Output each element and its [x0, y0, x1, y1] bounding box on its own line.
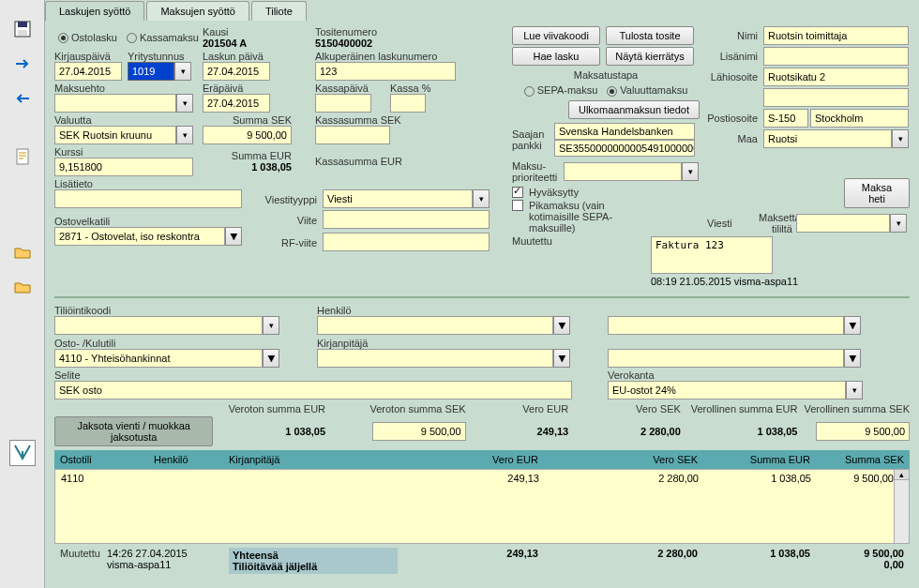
- ostovelkatili-dropdown-button[interactable]: ⯆: [225, 227, 242, 246]
- kirjauspaiva-input[interactable]: [54, 62, 122, 81]
- extra1-input[interactable]: [608, 316, 844, 335]
- henkilo-input[interactable]: [317, 316, 553, 335]
- svg-rect-3: [17, 149, 28, 164]
- erapaiva-input[interactable]: [203, 94, 270, 113]
- ostovelkatili-input[interactable]: [54, 227, 225, 246]
- viite-input[interactable]: [323, 210, 490, 229]
- maksuprioriteetti-dropdown-button[interactable]: ▾: [682, 162, 699, 181]
- extra2-dropdown-button[interactable]: ⯆: [844, 349, 861, 368]
- tab-maksujen-syotto[interactable]: Maksujen syöttö: [146, 1, 249, 21]
- radio-sepa[interactable]: SEPA-maksu: [524, 84, 598, 97]
- maksettava-dropdown-button[interactable]: ▾: [890, 214, 907, 233]
- save-icon[interactable]: [12, 19, 33, 39]
- footer-v5: 0,00: [810, 559, 904, 570]
- summa-sek-input[interactable]: [203, 126, 292, 144]
- maksettava-input[interactable]: [796, 214, 890, 233]
- maksa-heti-button[interactable]: Maksa heti: [844, 178, 910, 208]
- footer-v2: 2 280,00: [538, 548, 698, 574]
- tiliointikoodi-dropdown-button[interactable]: ▾: [263, 316, 279, 335]
- maa-dropdown-button[interactable]: ▾: [892, 129, 909, 148]
- ostokulutili-label: Osto- /Kulutili: [54, 338, 115, 349]
- alkuperainen-input[interactable]: [315, 62, 456, 81]
- postiosoite1-input[interactable]: [763, 109, 808, 128]
- yritystunnus-lookup-button[interactable]: ▾: [174, 62, 191, 81]
- vero-eur-header: Vero EUR: [522, 403, 568, 415]
- sidebar: [0, 0, 45, 588]
- valuutta-label: Valuutta: [54, 114, 92, 126]
- pikamaksu-checkbox[interactable]: [512, 200, 523, 211]
- viestityyppi-input[interactable]: [323, 189, 473, 208]
- lahiosoite-input[interactable]: [763, 68, 909, 86]
- saajan-pankki-label: Saajan pankki: [512, 128, 544, 151]
- grid-scrollbar[interactable]: [894, 470, 909, 543]
- ostokulutili-input[interactable]: [54, 349, 263, 368]
- gr-summa-eur: 1 038,05: [699, 473, 811, 484]
- vero-eur-value: 249,13: [466, 426, 569, 437]
- jaksota-button[interactable]: Jaksota vienti / muokkaa jaksotusta: [54, 416, 213, 446]
- verokanta-dropdown-button[interactable]: ▾: [846, 381, 863, 400]
- lue-viivakoodi-button[interactable]: Lue viivakoodi: [512, 26, 600, 45]
- viestityyppi-dropdown-button[interactable]: ▾: [473, 189, 490, 208]
- table-row[interactable]: 4110 249,13 2 280,00 1 038,05 9 500,00: [55, 470, 909, 487]
- verokanta-input[interactable]: [608, 381, 846, 400]
- maksuprioriteetti-input[interactable]: [564, 162, 682, 181]
- radio-ostolasku[interactable]: Ostolasku: [58, 32, 117, 44]
- tab-laskujen-syotto[interactable]: Laskujen syöttö: [45, 1, 144, 21]
- kassasumma-sek-input[interactable]: [315, 126, 390, 144]
- veroton-eur-value: 1 038,05: [213, 426, 325, 437]
- maksuehto-dropdown-button[interactable]: ▾: [176, 94, 193, 113]
- postiosoite2-input[interactable]: [810, 109, 909, 128]
- gr-ostotili: 4110: [61, 473, 155, 484]
- maa-input[interactable]: [763, 129, 892, 148]
- arrow-left-icon[interactable]: [12, 88, 33, 109]
- document-icon[interactable]: [12, 146, 33, 167]
- lisanimi-input[interactable]: [763, 47, 909, 66]
- valuutta-input[interactable]: [54, 126, 176, 144]
- rfviite-input[interactable]: [323, 233, 490, 251]
- yritystunnus-input[interactable]: [128, 62, 174, 81]
- radio-kassamaksu[interactable]: Kassamaksu: [127, 32, 199, 44]
- folder-icon[interactable]: [12, 277, 33, 297]
- verollinen-sek-input[interactable]: [816, 422, 910, 441]
- verollinen-sek-header: Verollinen summa SEK: [805, 403, 911, 415]
- muutettu-value: 08:19 21.05.2015 visma-aspa11: [651, 276, 798, 287]
- tab-tiliote[interactable]: Tiliote: [251, 1, 307, 21]
- kirjanpitaja-dropdown-button[interactable]: ⯆: [553, 349, 570, 368]
- extra1-dropdown-button[interactable]: ⯆: [844, 316, 861, 335]
- hae-lasku-button[interactable]: Hae lasku: [512, 47, 600, 66]
- kassapaiva-input[interactable]: [315, 94, 371, 113]
- laskunpaiva-input[interactable]: [203, 62, 270, 81]
- tositenumero-label: Tositenumero: [315, 26, 377, 38]
- hyvaksytty-label: Hyväksytty: [529, 187, 579, 198]
- kirjanpitaja-input[interactable]: [317, 349, 553, 368]
- lisatieto-input[interactable]: [54, 189, 242, 208]
- gh-vero-eur: Vero EUR: [398, 454, 538, 465]
- lahiosoite2-input[interactable]: [763, 88, 909, 107]
- veroton-eur-header: Veroton summa EUR: [229, 403, 325, 415]
- viesti-textarea[interactable]: Faktura 123: [651, 236, 773, 274]
- erapaiva-label: Eräpäivä: [203, 83, 243, 94]
- verokanta-label: Verokanta: [608, 369, 655, 381]
- vero-sek-value: 2 280,00: [568, 426, 681, 437]
- henkilo-dropdown-button[interactable]: ⯆: [553, 316, 570, 335]
- ostokulutili-dropdown-button[interactable]: ⯆: [263, 349, 279, 368]
- selite-input[interactable]: [54, 381, 572, 400]
- arrow-right-icon[interactable]: [12, 53, 33, 74]
- tiliointikoodi-input[interactable]: [54, 316, 263, 335]
- nimi-input[interactable]: [763, 26, 909, 45]
- kassasumma-eur-label: Kassasumma EUR: [315, 156, 402, 167]
- radio-valuuttamaksu[interactable]: Valuuttamaksu: [607, 84, 687, 97]
- veroton-sek-input[interactable]: [372, 422, 466, 441]
- kassapct-input[interactable]: [390, 94, 426, 113]
- maksuehto-input[interactable]: [54, 94, 176, 113]
- folder-open-icon[interactable]: [12, 242, 33, 263]
- valuutta-dropdown-button[interactable]: ▾: [176, 126, 193, 144]
- tulosta-tosite-button[interactable]: Tulosta tosite: [606, 26, 694, 45]
- ulkomaanmaksun-tiedot-button[interactable]: Ulkomaanmaksun tiedot: [568, 100, 700, 119]
- hyvaksytty-checkbox[interactable]: [512, 187, 523, 198]
- nayta-kierratys-button[interactable]: Näytä kierrätys: [606, 47, 694, 66]
- extra2-input[interactable]: [608, 349, 844, 368]
- kausi-value: 201504 A: [203, 38, 247, 49]
- muutettu-label: Muutettu: [512, 235, 552, 247]
- kurssi-input[interactable]: [54, 158, 193, 176]
